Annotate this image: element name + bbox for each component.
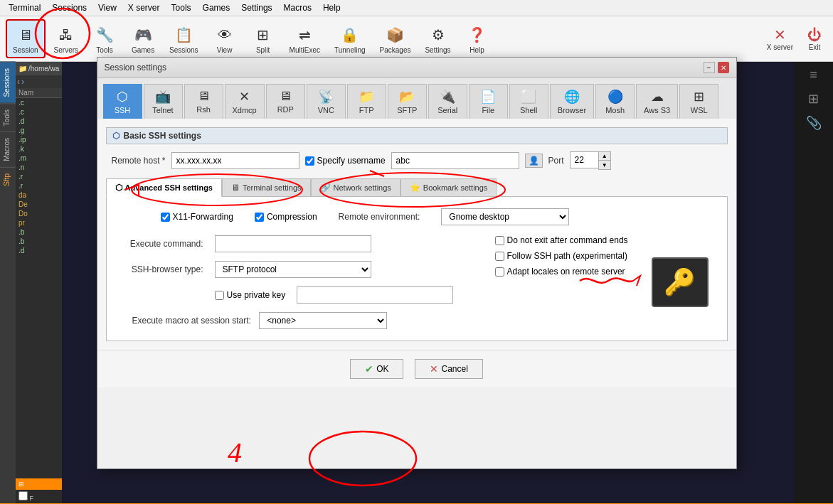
sftp-icon: 📂 [399,89,415,104]
main-layout: Sessions Tools Macros Sftp 📁 /home/wa ‹ … [0,62,833,503]
adapt-locales-label[interactable]: Adapt locales on remote server [495,267,637,277]
protocol-tab-xdmcp[interactable]: ✕ Xdmcp [225,84,265,119]
dialog-close-btn[interactable]: ✕ [718,62,729,73]
x11-forwarding-checkbox[interactable] [161,213,170,222]
ssh-browser-select[interactable]: SFTP protocol SCP protocol Disabled [215,261,371,278]
ok-check-icon: ✔ [365,363,373,375]
cancel-button[interactable]: ✕ Cancel [415,359,482,379]
serial-icon: 🔌 [440,89,455,104]
protocol-tab-rsh-label: Rsh [196,105,211,114]
protocol-tab-vnc[interactable]: 📡 VNC [307,84,346,119]
compression-text: Compression [267,212,317,222]
protocol-tab-wsl-label: WSL [691,106,708,114]
sub-tab-bookmark-label: Bookmark settings [423,183,487,192]
port-label: Port [548,156,564,166]
dialog-minimize-btn[interactable]: − [704,62,715,73]
use-private-key-label[interactable]: Use private key [215,290,286,300]
sub-tab-network[interactable]: 🔗 Network settings [311,178,400,197]
browser-icon: 🌐 [564,89,580,104]
file-icon: 📄 [480,89,496,104]
protocol-tab-telnet[interactable]: 📺 Telnet [144,84,183,119]
key-icon: 🔑 [664,267,696,297]
protocol-tab-browser[interactable]: 🌐 Browser [550,84,594,119]
protocol-tab-serial[interactable]: 🔌 Serial [428,84,467,119]
ssh-browser-label: SSH-browser type: [118,264,203,274]
follow-ssh-checkbox[interactable] [495,252,504,261]
adv-right-col: Do not exit after command ends Follow SS… [495,235,637,329]
do-not-exit-label[interactable]: Do not exit after command ends [495,235,637,245]
protocol-tab-ssh-label: SSH [115,106,131,114]
rsh-icon: 🖥 [197,89,210,104]
sub-tab-bookmark[interactable]: ⭐ Bookmark settings [400,178,497,197]
protocol-tab-ftp[interactable]: 📁 FTP [347,84,386,119]
telnet-icon: 📺 [155,89,171,104]
adapt-locales-text: Adapt locales on remote server [507,267,625,277]
session-settings-dialog: Session settings − ✕ ⬡ SSH 📺 Telnet [97,57,737,469]
user-browse-btn[interactable]: 👤 [525,154,543,168]
xdmcp-icon: ✕ [239,89,250,104]
mosh-icon: 🔵 [607,89,623,104]
protocol-tab-wsl[interactable]: ⊞ WSL [679,84,718,119]
adapt-locales-checkbox[interactable] [495,267,504,277]
protocol-tab-ssh[interactable]: ⬡ SSH [103,84,142,119]
protocol-tabs: ⬡ SSH 📺 Telnet 🖥 Rsh ✕ Xdmcp [97,78,736,119]
port-down-btn[interactable]: ▼ [599,161,610,169]
ftp-icon: 📁 [359,89,374,104]
protocol-tab-file[interactable]: 📄 File [469,84,508,119]
do-not-exit-checkbox[interactable] [495,236,504,245]
vnc-icon: 📡 [318,89,334,104]
cancel-label: Cancel [441,364,467,374]
protocol-tab-mosh[interactable]: 🔵 Mosh [595,84,635,119]
basic-ssh-icon: ⬡ [112,131,120,141]
protocol-tab-shell[interactable]: ⬜ Shell [509,84,548,119]
execute-command-input[interactable] [215,235,371,252]
adv-main-content: Execute command: SSH-browser type: SFTP … [118,235,716,329]
protocol-tab-sftp-label: SFTP [397,106,417,114]
follow-ssh-label[interactable]: Follow SSH path (experimental) [495,251,637,261]
ok-label: OK [376,364,388,374]
use-private-key-text: Use private key [227,290,286,300]
ssh-basic-row: Remote host * Specify username 👤 Port [106,151,728,170]
compression-label[interactable]: Compression [255,212,317,222]
basic-ssh-title: Basic SSH settings [124,131,201,141]
follow-ssh-text: Follow SSH path (experimental) [507,251,627,261]
sub-tab-terminal[interactable]: 🖥 Terminal settings [222,178,311,197]
use-private-key-checkbox[interactable] [215,291,224,300]
protocol-tab-shell-label: Shell [520,106,537,114]
protocol-tab-awss3[interactable]: ☁ Aws S3 [636,84,678,119]
execute-macro-select[interactable]: <none> [259,312,387,329]
remote-env-label: Remote environment: [339,212,420,222]
network-tab-icon: 🔗 [320,183,331,193]
protocol-tab-rsh[interactable]: 🖥 Rsh [184,84,223,119]
remote-host-input[interactable] [171,152,299,169]
remote-env-select[interactable]: Gnome desktop KDE desktop XFCE desktop I… [441,208,569,225]
protocol-tab-sftp[interactable]: 📂 SFTP [388,84,427,119]
ssh-icon: ⬡ [117,89,128,104]
sub-tab-advanced-ssh[interactable]: ⬡ Advanced SSH settings [106,178,222,197]
specify-username-checkbox[interactable] [305,156,314,166]
advanced-section: X11-Forwarding Compression Remote enviro… [106,196,728,341]
port-input[interactable] [570,151,598,168]
sub-tabs: ⬡ Advanced SSH settings 🖥 Terminal setti… [106,178,728,197]
specify-username-checkbox-label[interactable]: Specify username [305,156,386,166]
dialog-overlay: Session settings − ✕ ⬡ SSH 📺 Telnet [0,0,833,504]
private-key-path-input[interactable] [297,286,453,304]
protocol-tab-browser-label: Browser [558,106,586,114]
compression-checkbox[interactable] [255,213,264,222]
username-input[interactable] [391,152,519,169]
protocol-tab-xdmcp-label: Xdmcp [233,106,257,114]
ok-button[interactable]: ✔ OK [350,359,403,379]
ssh-browser-row: SSH-browser type: SFTP protocol SCP prot… [118,261,481,278]
cancel-x-icon: ✕ [430,363,438,375]
protocol-tab-rdp[interactable]: 🖥 RDP [266,84,305,119]
port-up-btn[interactable]: ▲ [599,152,610,161]
port-spinner: ▲ ▼ [570,151,611,170]
awss3-icon: ☁ [651,89,664,104]
do-not-exit-text: Do not exit after command ends [507,235,628,245]
execute-command-label: Execute command: [118,239,203,249]
protocol-tab-vnc-label: VNC [318,106,334,114]
key-image-container: 🔑 [652,235,716,329]
x11-forwarding-label[interactable]: X11-Forwarding [161,212,233,222]
shell-icon: ⬜ [521,89,536,104]
protocol-tab-telnet-label: Telnet [152,106,173,114]
